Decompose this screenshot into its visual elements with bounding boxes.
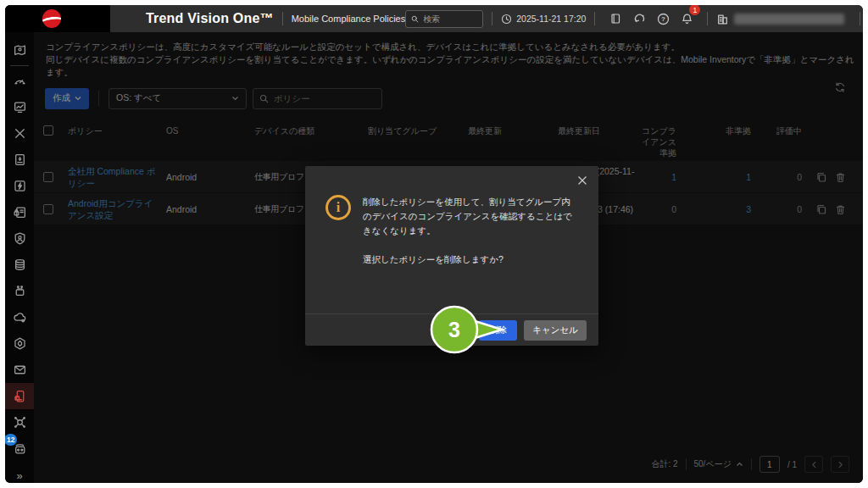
company-icon [716,13,729,25]
sidebar-item-data[interactable] [5,252,34,278]
clock-icon [501,14,512,25]
dialog-question: 選択したポリシーを削除しますか? [363,252,578,267]
svg-text:?: ? [661,15,665,23]
page-title: Mobile Compliance Policies [292,14,406,24]
trend-micro-logo[interactable] [5,5,110,32]
gear-shield-icon [13,336,27,351]
doc-lock-icon [13,205,27,219]
company-name-redacted[interactable] [734,14,844,25]
main-content: コンプライアンスポリシーは、高度にカスタマイズ可能なルールと設定のセットで構成さ… [34,32,863,483]
topbar-divider [860,12,860,25]
sidebar-item-email[interactable] [5,357,34,383]
sidebar-item-policies[interactable] [5,199,34,225]
sidebar-nav: 12 » [5,32,34,483]
sidebar-item-cloud[interactable] [5,304,34,330]
bolt-icon [13,179,27,193]
notifications-button[interactable]: 1 [675,9,698,28]
docs-button[interactable] [604,9,627,28]
help-button[interactable]: ? [651,9,675,28]
global-search-input[interactable] [405,10,483,28]
sidebar-item-reports[interactable] [5,94,34,120]
global-search-field[interactable] [423,14,477,24]
app-window: Trend Vision One™ Mobile Compliance Poli… [5,5,863,483]
sidebar-item-xdr[interactable] [5,120,34,147]
product-title: Trend Vision One™ [146,11,274,26]
xdr-x-icon [13,126,27,141]
sidebar-item-overview[interactable] [5,37,34,64]
topbar-divider [594,12,595,25]
sidebar-item-network[interactable] [5,409,34,435]
timestamp-label: 2025-11-21 17:20 [516,14,586,24]
whats-new-icon [633,13,646,25]
sidebar-item-workbench[interactable] [5,147,34,173]
sidebar-item-console[interactable]: 12 [5,435,34,462]
incident-doc-icon [13,152,27,167]
whats-new-button[interactable] [627,9,651,28]
circuit-icon [13,284,27,298]
info-icon: i [326,195,351,220]
sidebar-item-mobile-security[interactable] [5,383,34,409]
close-icon [577,175,587,186]
mail-icon [13,363,27,377]
sidebar-item-settings-hub[interactable] [5,330,34,357]
network-scan-icon [13,415,27,430]
step-annotation-number: 3 [431,307,477,352]
chevrons-right-icon: » [16,469,22,482]
report-chart-icon [13,100,27,114]
map-icon [13,43,27,58]
help-icon: ? [657,13,670,25]
notification-badge: 1 [689,5,700,15]
sidebar-item-automation[interactable] [5,173,34,199]
stack-coil-icon [13,258,27,272]
book-icon [609,13,621,25]
topbar-divider [492,12,492,25]
trend-micro-ball-icon [42,9,61,28]
title-divider [282,12,283,25]
sidebar-item-dashboard[interactable] [5,68,34,94]
cloud-icon [13,310,27,324]
dialog-close-button[interactable] [576,174,589,187]
sidebar-divider [10,65,29,66]
topbar: Trend Vision One™ Mobile Compliance Poli… [5,5,863,32]
sidebar-expand-button[interactable]: » [5,462,34,483]
gauge-icon [13,74,27,88]
mobile-security-icon [13,389,27,403]
topbar-divider [707,12,708,25]
system-time[interactable]: 2025-11-21 17:20 [501,14,586,25]
dialog-message: 削除したポリシーを使用して、割り当てグループ内のデバイスのコンプライアンスを確認… [363,195,578,238]
sidebar-item-endpoint[interactable] [5,278,34,304]
search-icon [411,14,419,24]
shield-user-icon [13,231,27,246]
sidebar-item-identity[interactable] [5,225,34,252]
